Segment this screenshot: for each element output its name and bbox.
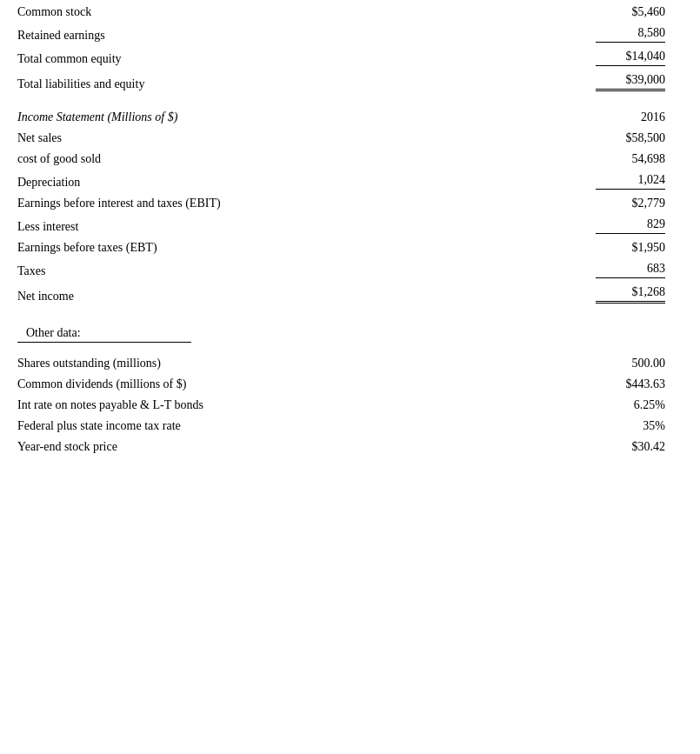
table-row: Net sales $58,500 [9, 126, 691, 147]
row-label: Year-end stock price [9, 440, 587, 454]
row-label: Total common equity [9, 52, 587, 66]
value-text: 829 [596, 217, 665, 234]
table-row: Total liabilities and equity $39,000 [9, 68, 691, 93]
value-text: 35% [596, 419, 665, 433]
table-row: Earnings before taxes (EBT) $1,950 [9, 236, 691, 257]
row-value: $443.63 [587, 377, 691, 391]
row-label: Earnings before taxes (EBT) [9, 241, 587, 255]
row-label: Federal plus state income tax rate [9, 419, 587, 433]
table-row: Common stock $5,460 [9, 0, 691, 21]
value-text: $5,460 [596, 5, 665, 19]
row-label: Common stock [9, 5, 587, 19]
row-value: 35% [587, 419, 691, 433]
table-row: cost of good sold 54,698 [9, 147, 691, 168]
value-text: $58,500 [596, 131, 665, 145]
value-text: 54,698 [596, 152, 665, 166]
value-text: $443.63 [596, 377, 665, 391]
other-data-header: Other data: [17, 326, 191, 343]
row-label: Retained earnings [9, 29, 587, 43]
table-row: Year-end stock price $30.42 [9, 435, 691, 456]
row-label: Int rate on notes payable & L-T bonds [9, 398, 587, 412]
table-row: Common dividends (millions of $) $443.63 [9, 372, 691, 393]
table-row: Less interest 829 [9, 212, 691, 236]
value-text: $2,779 [596, 197, 665, 210]
row-value: $30.42 [587, 440, 691, 454]
value-text: $14,040 [596, 50, 665, 66]
row-label: Shares outstanding (millions) [9, 357, 587, 370]
row-value: 1,024 [587, 173, 691, 190]
row-value: 829 [587, 217, 691, 234]
value-text: $1,268 [596, 285, 665, 304]
row-value: $5,460 [587, 5, 691, 19]
value-text: 1,024 [596, 173, 665, 190]
value-text: $39,000 [596, 73, 665, 91]
row-value: 8,580 [587, 26, 691, 43]
row-label: Depreciation [9, 176, 587, 190]
row-label: Total liabilities and equity [9, 77, 587, 91]
other-data-section: Other data: Shares outstanding (millions… [9, 326, 691, 456]
row-value: $14,040 [587, 50, 691, 66]
row-label: Less interest [9, 220, 587, 234]
row-value: 500.00 [587, 357, 691, 370]
table-row: Retained earnings 8,580 [9, 21, 691, 44]
row-value: $39,000 [587, 73, 691, 91]
income-statement-label: Income Statement (Millions of $) [9, 110, 587, 124]
row-label: Earnings before interest and taxes (EBIT… [9, 197, 587, 210]
income-statement-header: Income Statement (Millions of $) 2016 [9, 100, 691, 126]
value-text: $1,950 [596, 241, 665, 255]
row-value: 54,698 [587, 152, 691, 166]
income-statement-year: 2016 [587, 110, 691, 124]
table-row: Int rate on notes payable & L-T bonds 6.… [9, 393, 691, 414]
row-label: Common dividends (millions of $) [9, 377, 587, 391]
value-text: 8,580 [596, 26, 665, 43]
value-text: 500.00 [596, 357, 665, 370]
table-row: Federal plus state income tax rate 35% [9, 414, 691, 435]
row-label: Taxes [9, 264, 587, 278]
row-value: 6.25% [587, 398, 691, 412]
value-text: 6.25% [596, 398, 665, 412]
table-row: Earnings before interest and taxes (EBIT… [9, 191, 691, 212]
row-value: $1,950 [587, 241, 691, 255]
table-row: Shares outstanding (millions) 500.00 [9, 351, 691, 372]
row-value: $2,779 [587, 197, 691, 210]
row-value: $58,500 [587, 131, 691, 145]
table-row: Total common equity $14,040 [9, 44, 691, 68]
financial-table: Common stock $5,460 Retained earnings 8,… [0, 0, 700, 456]
table-row: Depreciation 1,024 [9, 168, 691, 191]
row-label: Net income [9, 290, 587, 304]
table-row: Net income $1,268 [9, 280, 691, 305]
value-text: $30.42 [596, 440, 665, 454]
row-label: cost of good sold [9, 152, 587, 166]
row-value: $1,268 [587, 285, 691, 304]
value-text: 683 [596, 262, 665, 278]
row-label: Net sales [9, 131, 587, 145]
table-row: Taxes 683 [9, 257, 691, 280]
row-value: 683 [587, 262, 691, 278]
